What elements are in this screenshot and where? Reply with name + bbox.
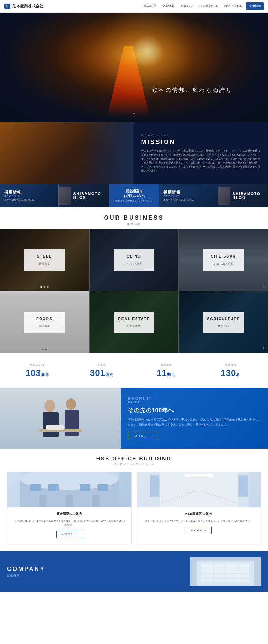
company-section: COMPANY 企業情報 (0, 551, 268, 592)
hsb-rental-body: 貸会議室のご案内 「八丁堀」徒歩3分、東京名駅からのアクセスを便利。個人96台ま… (7, 507, 131, 544)
recruit-en: RECRUIT (128, 396, 261, 401)
logo[interactable]: S 芝本産業株式会社 (4, 4, 43, 9)
nav-link-hsb[interactable]: HSB賃貸ビル (196, 2, 221, 10)
biz-sling-line (130, 260, 137, 260)
hsb-office-body: HSB賃貸室 ご案内 賃貸に強した大力な全5フロア対応と高いセキュリティを取り入… (137, 507, 261, 540)
mission-text: 今のでは当たり前に使われている数以上大手時代において最先端のマテリアルでした。「… (141, 149, 261, 172)
stat-employees: 従業員数 130名 (200, 363, 261, 378)
biz-agriculture-en: AGRICULTURE (207, 317, 240, 321)
nav-links: 事業紹介 企業情報 お知らせ HSB賃貸ビル お問い合わせ 採用情報 (141, 2, 264, 10)
scroll-arrow-icon: ↓ (133, 110, 135, 115)
biz-foods-jp: 食品事業 (28, 325, 61, 328)
stat-revenue-label: 売上高 (71, 363, 132, 367)
hsb-rental-text: 「八丁堀」徒歩3分、東京名駅からのアクセスを便利。個人96台まで対応可能、WEB… (12, 519, 127, 527)
biz-foods-en: FOODS (28, 317, 61, 321)
banner-recruit[interactable]: 採用情報 RECRUIT あなたの情熱が芝産になる。 (0, 184, 59, 207)
biz-sling-jp: スリング事業 (117, 262, 151, 266)
banner-recruit2[interactable]: 採用情報 RECRUIT あなたの情熱が芝産になる。 (159, 184, 218, 207)
svg-point-2 (66, 398, 76, 410)
hsb-rental-more-label: MORE (62, 533, 73, 536)
stat-anniversary-label: 創業1317年 (7, 363, 68, 367)
svg-rect-14 (66, 495, 73, 507)
banner-blog-title: SHIBAMOTO BLOG (73, 192, 109, 200)
biz-sling-en: SLING (117, 254, 151, 258)
recruit-persons-svg (25, 392, 96, 445)
banner-blog2-title: SHIBAMOTO BLOG (233, 192, 268, 200)
nav-link-contact[interactable]: お問い合わせ (221, 2, 245, 10)
hsb-rental-more-button[interactable]: MORE › (56, 531, 82, 538)
banner-blog-info: SHIBAMOTO BLOG (73, 192, 109, 200)
biz-agriculture-jp: 農業部門 (207, 325, 240, 328)
biz-foods[interactable]: FOODS 食品事業 (0, 291, 89, 353)
biz-realestate-en: REAL ESTATE (117, 317, 151, 321)
biz-agriculture[interactable]: AGRICULTURE 農業部門 › (179, 291, 268, 353)
svg-rect-21 (185, 474, 213, 477)
biz-sitescan-en: SITE SCAN (207, 254, 240, 258)
mission-section: 私たちのミッション MISSION 今のでは当たり前に使われている数以上大手時代… (0, 122, 268, 184)
biz-sitescan[interactable]: SITE SCAN Site Scan事業 › (179, 229, 268, 291)
recruit-more-label: MORE (135, 434, 147, 438)
banner-recruit2-sub: RECRUIT (163, 195, 179, 197)
logo-icon: S (4, 4, 10, 9)
hsb-rental-title: 貸会議室のご案内 (12, 512, 127, 516)
navbar: S 芝本産業株式会社 事業紹介 企業情報 お知らせ HSB賃貸ビル お問い合わせ… (0, 0, 268, 13)
biz-steel-card: STEEL 鉄鋼事業 (24, 249, 65, 271)
hsb-card-rental: 貸会議室のご案内 「八丁堀」徒歩3分、東京名駅からのアクセスを便利。個人96台ま… (7, 472, 132, 544)
hsb-rental-more-arrow-icon: › (75, 533, 77, 536)
nav-link-business[interactable]: 事業紹介 (141, 2, 159, 10)
business-subtitle: 事業紹介 (0, 222, 268, 226)
mission-title: MISSION (141, 138, 261, 146)
biz-sitescan-arrow: › (263, 283, 264, 288)
nav-link-recruit[interactable]: 採用情報 (246, 2, 264, 10)
banner-chintai-title: 貸会議室をお探しの方へ (124, 189, 145, 199)
stats-section: 創業1317年 103周年 売上高 301億円 事業拠点 11拠点 従業員数 1… (0, 353, 268, 388)
svg-rect-5 (46, 425, 64, 430)
biz-agriculture-card: AGRICULTURE 農業部門 (203, 312, 244, 333)
recruit-img-inner (0, 388, 121, 449)
recruit-more-button[interactable]: MORE › (128, 432, 158, 440)
banner-blog-image (59, 187, 70, 205)
company-image (190, 557, 261, 586)
banner-recruit2-title: 採用情報 (163, 190, 180, 195)
biz-sitescan-jp: Site Scan事業 (207, 262, 240, 266)
banners-row: 採用情報 RECRUIT あなたの情熱が芝産になる。 SHIBAMOTO BLO… (0, 184, 268, 207)
stat-anniversary-value: 103周年 (7, 368, 68, 378)
recruit-section: RECRUIT 採用情報 その先の100年へ 時代は急激なスピードで変化していま… (0, 388, 268, 449)
business-grid: STEEL 鉄鋼事業 SLING スリング事業 SITE SCAN Site S… (0, 229, 268, 353)
svg-rect-25 (150, 475, 159, 497)
recruit-jp-label: 採用情報 (128, 401, 261, 404)
biz-sling[interactable]: SLING スリング事業 (90, 229, 179, 291)
biz-steel-line (41, 260, 48, 260)
biz-agriculture-line (220, 323, 227, 323)
biz-steel[interactable]: STEEL 鉄鋼事業 (0, 229, 89, 291)
hsb-rental-svg (7, 472, 131, 507)
recruit-headline: その先の100年へ (128, 407, 261, 414)
biz-foods-dots (42, 349, 47, 350)
hsb-office-more-label: MORE (191, 529, 202, 532)
nav-link-news[interactable]: お知らせ (178, 2, 196, 10)
hsb-title-text: HSB OFFICE BUILDING (7, 456, 261, 461)
business-section-header: OUR BUSINESS 事業紹介 (0, 207, 268, 229)
recruit-image (0, 388, 121, 449)
hsb-office-image (137, 472, 261, 507)
business-title: OUR BUSINESS (0, 215, 268, 221)
hsb-office-title: HSB賃貸室 ご案内 (141, 512, 257, 516)
hsb-office-more-arrow-icon: › (204, 529, 206, 532)
biz-agriculture-arrow: › (263, 345, 264, 350)
biz-steel-en: STEEL (28, 254, 61, 258)
banner-chintai[interactable]: 貸会議室をお探しの方へ 各種お問い合わせはこちらで承ります。 (109, 184, 159, 207)
svg-rect-10 (48, 484, 59, 491)
hsb-section: HSB OFFICE BUILDING HSB賃貸ビルのオフィスビル (0, 449, 268, 551)
biz-steel-dots (40, 286, 48, 288)
hsb-office-line (195, 518, 202, 518)
nav-link-company[interactable]: 企業情報 (160, 2, 177, 10)
banner-blog[interactable]: SHIBAMOTO BLOG (59, 184, 109, 207)
banner-blog2[interactable]: SHIBAMOTO BLOG (218, 184, 268, 207)
hsb-office-more-button[interactable]: MORE › (186, 527, 212, 534)
biz-realestate[interactable]: REAL ESTATE 不動産事業 (90, 291, 179, 353)
svg-rect-26 (238, 475, 248, 497)
hero-sparks2 (0, 13, 268, 122)
mission-label: 私たちのミッション (141, 134, 261, 137)
svg-rect-13 (39, 495, 46, 507)
banner-recruit-text: あなたの情熱が芝産になる。 (4, 198, 36, 202)
